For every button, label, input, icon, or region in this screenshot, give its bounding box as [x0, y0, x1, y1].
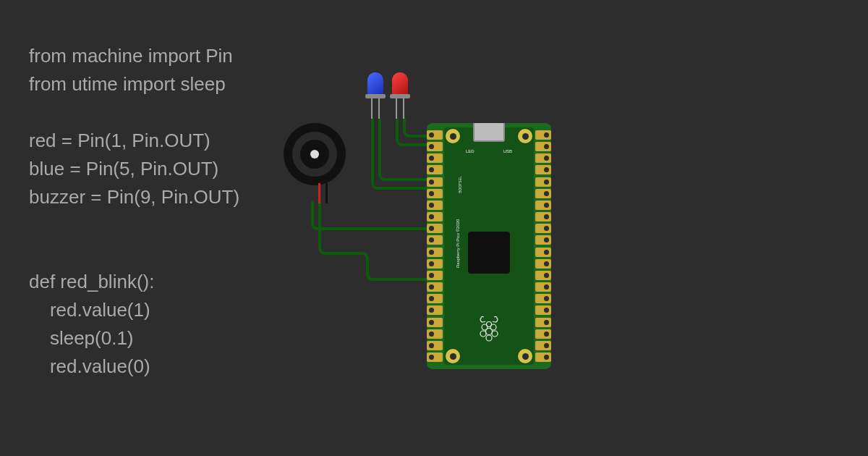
gpio-pin: [535, 224, 551, 233]
pin-header-left: [427, 130, 443, 362]
svg-point-4: [492, 331, 498, 337]
rp2040-chip: [468, 232, 510, 274]
pico-board: LED USB BOOTSEL Raspberry Pi Pico ©2020: [427, 123, 551, 369]
code-line: red.value(1): [29, 296, 239, 324]
mount-hole: [518, 129, 532, 143]
gpio-pin: [535, 189, 551, 198]
gpio-pin: [427, 165, 443, 174]
board-copyright: Raspberry Pi Pico ©2020: [456, 219, 460, 268]
code-line: def red_blink():: [29, 268, 239, 296]
gpio-pin: [535, 212, 551, 221]
gpio-pin: [427, 189, 443, 198]
code-line: red.value(0): [29, 352, 239, 381]
gpio-pin: [427, 212, 443, 221]
gpio-pin: [535, 235, 551, 245]
buzzer-body: [284, 123, 346, 185]
gpio-pin: [535, 153, 551, 163]
gpio-pin: [427, 200, 443, 210]
board-label-usb: USB: [503, 149, 512, 153]
gpio-pin: [535, 130, 551, 140]
gpio-pin: [427, 352, 443, 362]
gpio-pin: [427, 142, 443, 151]
mount-hole: [446, 349, 460, 363]
gpio-pin: [535, 318, 551, 327]
gpio-pin: [427, 282, 443, 292]
gpio-pin: [535, 177, 551, 187]
svg-point-5: [486, 329, 493, 335]
gpio-pin: [427, 305, 443, 315]
gpio-pin: [427, 294, 443, 303]
gpio-pin: [535, 352, 551, 362]
gpio-pin: [535, 305, 551, 315]
led-blue: [367, 72, 386, 98]
code-editor: from machine import Pinfrom utime import…: [29, 42, 239, 381]
gpio-pin: [535, 165, 551, 174]
buzzer-lead-negative: [326, 183, 328, 203]
gpio-pin: [427, 248, 443, 257]
gpio-pin: [535, 248, 551, 257]
pin-header-right: [535, 130, 551, 362]
svg-point-2: [487, 322, 492, 327]
gpio-pin: [427, 329, 443, 339]
mount-hole: [446, 129, 460, 143]
gpio-pin: [427, 318, 443, 327]
gpio-pin: [535, 282, 551, 292]
gpio-pin: [427, 235, 443, 245]
led-red: [392, 72, 410, 98]
circuit-diagram: LED USB BOOTSEL Raspberry Pi Pico ©2020: [275, 87, 651, 405]
code-line: sleep(0.1): [29, 324, 239, 352]
buzzer-lead-positive: [318, 183, 320, 203]
code-line: buzzer = Pin(9, Pin.OUT): [29, 183, 239, 211]
gpio-pin: [535, 259, 551, 269]
gpio-pin: [535, 329, 551, 339]
gpio-pin: [535, 200, 551, 210]
gpio-pin: [427, 259, 443, 269]
gpio-pin: [535, 294, 551, 303]
raspberry-pi-logo-icon: [477, 314, 501, 343]
code-line: blue = Pin(5, Pin.OUT): [29, 155, 239, 183]
gpio-pin: [535, 142, 551, 151]
gpio-pin: [427, 130, 443, 140]
code-line: from machine import Pin: [29, 42, 239, 70]
board-label-led: LED: [466, 149, 475, 153]
gpio-pin: [535, 271, 551, 280]
gpio-pin: [427, 271, 443, 280]
usb-connector: [473, 123, 505, 142]
board-label-bootsel: BOOTSEL: [458, 176, 462, 193]
buzzer-component: [284, 123, 346, 185]
gpio-pin: [427, 153, 443, 163]
code-line: red = Pin(1, Pin.OUT): [29, 127, 239, 155]
gpio-pin: [427, 177, 443, 187]
gpio-pin: [427, 341, 443, 350]
code-line: from utime import sleep: [29, 70, 239, 98]
svg-point-6: [486, 335, 492, 341]
gpio-pin: [535, 341, 551, 350]
gpio-pin: [427, 224, 443, 233]
mount-hole: [518, 349, 532, 363]
svg-point-3: [480, 331, 486, 337]
